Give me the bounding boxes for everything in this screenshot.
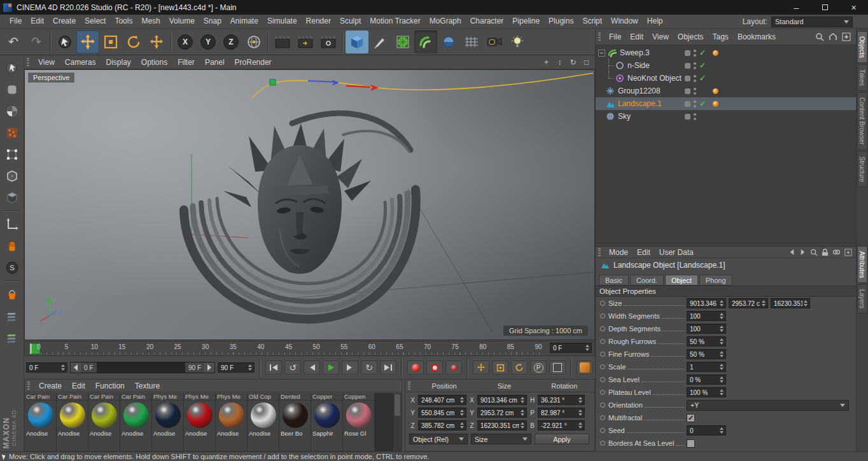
maximize-view-icon[interactable]: □ <box>582 57 591 67</box>
menu-item[interactable]: Character <box>466 15 508 28</box>
scale-field[interactable]: 1 <box>687 362 726 372</box>
size-x-field[interactable]: 9013.346 cm <box>477 395 527 405</box>
material-name[interactable]: Anodise <box>184 430 215 438</box>
spinner-icon[interactable] <box>718 363 724 371</box>
polygons-mode-button[interactable] <box>2 188 22 208</box>
material-name[interactable]: Beer Bo <box>279 430 311 438</box>
borders-checkbox[interactable] <box>687 439 695 448</box>
visibility-dots[interactable] <box>694 100 696 107</box>
goto-start-button[interactable] <box>265 361 282 375</box>
keyframe-circle-icon[interactable] <box>600 313 605 319</box>
viewport-menu-item[interactable]: Panel <box>200 58 230 67</box>
apply-button[interactable]: Apply <box>535 434 589 444</box>
layer-stack-button[interactable] <box>2 306 22 326</box>
keyframe-selection-button[interactable] <box>445 361 462 375</box>
attribute-menu-item[interactable]: Edit <box>633 248 655 257</box>
spinner-icon[interactable] <box>802 299 808 307</box>
menu-item[interactable]: Pipeline <box>508 15 544 28</box>
spinner-icon[interactable] <box>584 344 590 352</box>
enabled-check-icon[interactable]: ✓ <box>699 99 707 108</box>
new-panel-icon[interactable] <box>842 32 851 41</box>
make-editable-button[interactable] <box>2 58 22 78</box>
object-manager-menu-item[interactable]: File <box>605 32 626 41</box>
material-name[interactable]: Anodise <box>152 430 183 438</box>
menu-item[interactable]: Snap <box>199 15 226 28</box>
end-frame-field[interactable]: 90 F <box>218 362 255 373</box>
rotate-tool[interactable] <box>122 31 145 53</box>
material-sphere[interactable] <box>123 403 149 428</box>
object-manager-menu-item[interactable]: Tags <box>708 32 733 41</box>
menu-item[interactable]: Help <box>643 15 668 28</box>
material-scrollbar[interactable] <box>393 393 402 451</box>
key-position-toggle[interactable] <box>473 361 489 375</box>
key-pla-toggle[interactable] <box>549 361 566 375</box>
dolly-icon[interactable]: ↕ <box>555 57 564 67</box>
viewport-menu-item[interactable]: Options <box>136 58 172 67</box>
material-sphere[interactable] <box>251 403 276 428</box>
goto-end-button[interactable] <box>380 361 396 375</box>
viewport-menu-item[interactable]: Cameras <box>60 58 101 67</box>
object-name[interactable]: Group12208 <box>618 86 661 95</box>
object-row[interactable]: Sky <box>596 110 856 123</box>
material-name[interactable]: Anodise <box>25 430 56 438</box>
range-right-arrow[interactable] <box>204 362 214 373</box>
layer-stack-2-button[interactable] <box>2 327 22 348</box>
enabled-check-icon[interactable]: ✓ <box>699 74 707 83</box>
keyframe-circle-icon[interactable] <box>600 326 605 331</box>
menu-item[interactable]: Tools <box>110 15 137 28</box>
rough-furrows-field[interactable]: 50 % <box>687 336 726 347</box>
material-name[interactable]: Anodise <box>57 430 88 438</box>
material-name[interactable]: Anodise <box>88 430 120 438</box>
points-mode-button[interactable] <box>2 144 22 165</box>
collapse-icon[interactable]: − <box>598 50 605 57</box>
material-sphere[interactable] <box>219 403 244 428</box>
material-menu-item[interactable]: Create <box>34 382 67 390</box>
menu-item[interactable]: Volume <box>165 15 199 28</box>
attribute-menu-item[interactable]: Mode <box>605 248 633 257</box>
position-y-field[interactable]: 550.845 cm <box>418 408 466 418</box>
size-x-field[interactable]: 9013.346 <box>687 298 726 308</box>
section-header[interactable]: Object Properties <box>596 286 856 297</box>
object-row-selected[interactable]: Landscape.1 ✓ <box>596 97 856 110</box>
manager-tab[interactable]: Attributes <box>857 246 867 283</box>
spinner-icon[interactable] <box>718 427 724 434</box>
fine-furrows-field[interactable]: 50 % <box>687 349 726 359</box>
visibility-dots[interactable] <box>694 50 696 57</box>
rotation-b-field[interactable]: -22.921 ° <box>538 420 585 430</box>
visibility-square[interactable] <box>685 63 690 69</box>
previous-frame-button[interactable] <box>304 361 320 375</box>
material-name[interactable]: Rose Gl <box>343 430 374 438</box>
keyframe-circle-icon[interactable] <box>600 403 605 408</box>
tag-dot-icon[interactable] <box>713 88 718 94</box>
spinner-icon[interactable] <box>760 299 766 307</box>
light-button[interactable] <box>506 31 529 53</box>
keyframe-circle-icon[interactable] <box>600 301 605 306</box>
plateau-level-field[interactable]: 100 % <box>687 387 726 397</box>
autokey-button[interactable] <box>426 361 443 375</box>
panel-grip[interactable] <box>408 382 410 390</box>
keyframe-circle-icon[interactable] <box>600 352 605 357</box>
maximize-button[interactable] <box>811 0 839 15</box>
viewport-menu-item[interactable]: Display <box>101 58 136 67</box>
position-x-field[interactable]: 248.407 cm <box>418 395 466 405</box>
search-icon[interactable] <box>810 249 818 256</box>
spinner-icon[interactable] <box>718 299 724 307</box>
material-sphere[interactable] <box>346 403 372 428</box>
object-row[interactable]: n-Side ✓ <box>596 59 856 72</box>
render-settings-button[interactable] <box>317 31 340 53</box>
material-item[interactable]: Copper Sapphir <box>311 393 342 451</box>
menu-item[interactable]: Plugins <box>544 15 578 28</box>
record-keyframe-button[interactable] <box>407 361 424 375</box>
menu-item[interactable]: Create <box>48 15 80 28</box>
object-name[interactable]: Sky <box>618 112 631 121</box>
fields-button[interactable] <box>437 31 460 53</box>
material-sphere[interactable] <box>314 403 340 428</box>
menu-item[interactable]: Edit <box>26 15 48 28</box>
menu-item[interactable]: Window <box>606 15 643 28</box>
material-menu-item[interactable]: Edit <box>67 382 90 390</box>
material-item[interactable]: Coppen Rose Gl <box>343 393 374 451</box>
loop-button[interactable]: ↻ <box>361 361 377 375</box>
material-item[interactable]: Phys Me Anodise <box>152 393 183 451</box>
material-menu-item[interactable]: Function <box>90 382 130 390</box>
size-z-field[interactable]: 16230.351 cm <box>477 420 527 430</box>
